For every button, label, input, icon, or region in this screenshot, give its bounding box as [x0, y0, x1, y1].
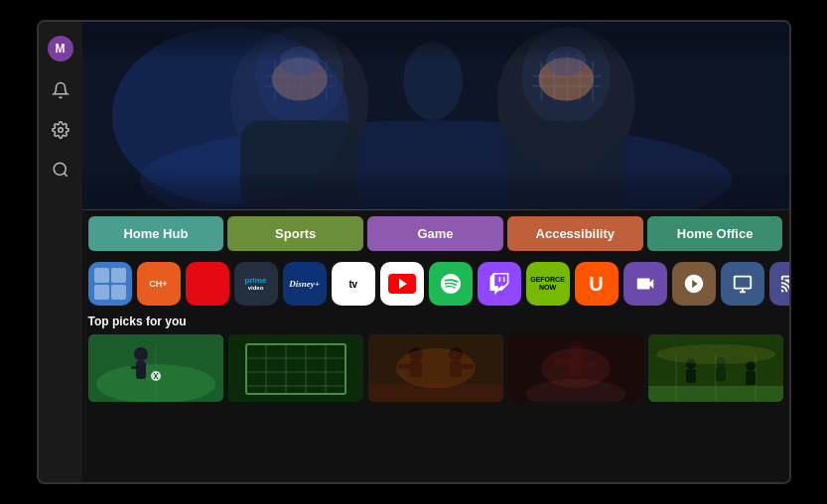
- app-screen-share[interactable]: [721, 262, 764, 306]
- svg-point-0: [58, 128, 63, 133]
- svg-rect-75: [716, 367, 726, 381]
- app-camera[interactable]: [623, 262, 667, 306]
- user-avatar[interactable]: M: [48, 36, 73, 62]
- svg-point-59: [396, 348, 476, 388]
- avatar-label: M: [56, 42, 66, 56]
- app-utomik[interactable]: U: [575, 262, 619, 306]
- tab-game[interactable]: Game: [367, 216, 503, 251]
- svg-point-1: [54, 163, 66, 175]
- svg-point-36: [134, 347, 148, 361]
- tv-frame: M: [37, 20, 791, 484]
- tab-home-hub[interactable]: Home Hub: [88, 216, 224, 251]
- app-apple-tv[interactable]: tv: [332, 262, 375, 306]
- app-disney-plus[interactable]: Disney+: [283, 262, 327, 306]
- app-prime-video[interactable]: primevideo: [234, 262, 278, 306]
- top-picks-label: Top picks for you: [88, 315, 783, 328]
- tab-home-office[interactable]: Home Office: [647, 216, 783, 251]
- svg-rect-31: [82, 22, 789, 62]
- app-geforce-now[interactable]: GEFORCENOW: [526, 262, 570, 306]
- svg-rect-37: [136, 361, 146, 379]
- app-cast[interactable]: [769, 262, 789, 306]
- pick-boxing[interactable]: [368, 334, 503, 402]
- top-picks-section: Top picks for you: [82, 311, 789, 482]
- svg-rect-77: [746, 371, 756, 385]
- category-tabs: Home Hub Sports Game Accessibility Home …: [82, 210, 789, 257]
- app-apps[interactable]: [88, 262, 132, 306]
- svg-point-66: [541, 348, 611, 388]
- app-photo[interactable]: [672, 262, 716, 306]
- settings-icon[interactable]: [50, 119, 71, 141]
- svg-point-78: [656, 344, 775, 364]
- pick-football[interactable]: [648, 334, 783, 402]
- app-spotify[interactable]: [429, 262, 473, 306]
- app-youtube[interactable]: [380, 262, 424, 306]
- pick-goal[interactable]: [228, 334, 363, 402]
- tab-sports[interactable]: Sports: [227, 216, 363, 251]
- main-content: Home Hub Sports Game Accessibility Home …: [82, 22, 789, 482]
- pick-soccer[interactable]: [88, 334, 223, 402]
- notification-icon[interactable]: [50, 79, 71, 101]
- svg-rect-38: [131, 366, 139, 369]
- picks-row: [88, 334, 783, 402]
- svg-rect-73: [686, 369, 696, 383]
- svg-rect-32: [82, 170, 789, 209]
- svg-line-2: [64, 173, 67, 176]
- sidebar: M: [39, 22, 82, 482]
- pick-fighter[interactable]: [508, 334, 643, 402]
- search-icon[interactable]: [50, 159, 71, 181]
- tab-accessibility[interactable]: Accessibility: [507, 216, 643, 251]
- apps-row: CH+ N primevideo Disney+ tv: [82, 257, 789, 311]
- app-netflix[interactable]: N: [186, 262, 229, 306]
- app-twitch[interactable]: [478, 262, 521, 306]
- app-ch-plus[interactable]: CH+: [137, 262, 181, 306]
- hero-banner: [82, 22, 789, 210]
